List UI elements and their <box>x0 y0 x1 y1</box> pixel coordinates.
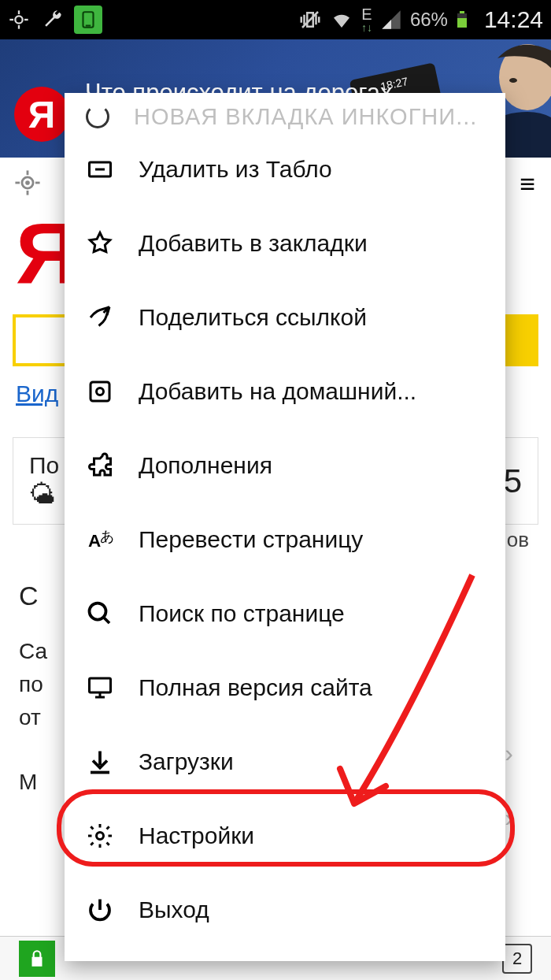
gear-icon <box>82 822 118 850</box>
locate-icon[interactable] <box>14 169 41 199</box>
menu-item-label: Добавить в закладки <box>139 230 368 257</box>
gps-icon <box>8 9 30 31</box>
tab-count[interactable]: 2 <box>502 944 532 974</box>
menu-item-find-in-page[interactable]: Поиск по странице <box>65 577 505 651</box>
status-bar: E ↑↓ 66% 14:24 <box>0 0 551 39</box>
menu-item-label: Удалить из Табло <box>139 156 332 183</box>
menu-item-add-homescreen[interactable]: Добавить на домашний... <box>65 355 505 429</box>
menu-item-label: НОВАЯ ВКЛАДКА ИНКОГНИ... <box>134 104 477 130</box>
svg-point-12 <box>509 78 517 83</box>
menu-item-label: Дополнения <box>139 452 272 479</box>
menu-item-label: Настройки <box>139 822 254 849</box>
menu-item-translate-page[interactable]: Aあ Перевести страницу <box>65 503 505 577</box>
svg-rect-21 <box>91 382 109 401</box>
homescreen-icon <box>82 377 118 406</box>
battery-percent: 66% <box>410 9 448 31</box>
signal-icon <box>380 9 402 31</box>
weather-value: 5 <box>504 462 522 500</box>
hamburger-icon[interactable]: ≡ <box>520 169 537 199</box>
menu-item-settings[interactable]: Настройки <box>65 799 505 873</box>
menu-item-label: Загрузки <box>139 748 234 775</box>
clock: 14:24 <box>484 6 543 33</box>
svg-rect-27 <box>90 678 111 692</box>
yandex-logo[interactable]: Я <box>14 87 69 142</box>
translate-icon: Aあ <box>82 525 118 554</box>
share-icon <box>82 303 118 332</box>
svg-point-14 <box>27 181 29 184</box>
menu-item-extensions[interactable]: Дополнения <box>65 429 505 503</box>
puzzle-icon <box>82 451 118 480</box>
lock-icon[interactable] <box>19 941 55 977</box>
svg-point-32 <box>97 833 104 840</box>
svg-point-25 <box>90 603 106 620</box>
monitor-icon <box>82 674 118 702</box>
app-icon <box>74 6 102 34</box>
chevron-right-icon: › <box>505 799 513 837</box>
weather-label: По <box>29 452 59 479</box>
svg-rect-10 <box>457 13 467 18</box>
svg-point-0 <box>15 16 22 23</box>
weather-icon: 🌤 <box>29 479 59 510</box>
incognito-icon <box>86 105 109 128</box>
wrench-icon <box>41 9 63 31</box>
power-icon <box>82 896 118 924</box>
menu-item-downloads[interactable]: Загрузки <box>65 725 505 799</box>
menu-item-incognito[interactable]: НОВАЯ ВКЛАДКА ИНКОГНИ... <box>65 101 505 132</box>
svg-text:A: A <box>88 531 101 551</box>
network-type: E ↑↓ <box>361 6 372 33</box>
menu-item-label: Поделиться ссылкой <box>139 304 367 331</box>
menu-item-label: Поиск по странице <box>139 600 345 627</box>
svg-rect-9 <box>460 11 464 13</box>
menu-item-exit[interactable]: Выход <box>65 873 505 947</box>
menu-item-label: Перевести страницу <box>139 526 363 553</box>
search-icon <box>82 600 118 628</box>
menu-item-label: Добавить на домашний... <box>139 378 416 405</box>
svg-text:あ: あ <box>100 529 114 544</box>
star-icon <box>82 229 118 258</box>
vibrate-icon <box>298 8 322 32</box>
menu-item-add-bookmark[interactable]: Добавить в закладки <box>65 206 505 280</box>
wifi-icon <box>330 8 353 32</box>
menu-item-label: Выход <box>139 896 209 923</box>
menu-item-remove-tablo[interactable]: Удалить из Табло <box>65 132 505 206</box>
menu-item-label: Полная версия сайта <box>139 674 372 701</box>
download-icon <box>82 748 118 776</box>
svg-line-26 <box>104 618 110 624</box>
remove-tablo-icon <box>82 155 118 184</box>
svg-point-22 <box>97 388 104 395</box>
battery-indicator: 66% <box>410 7 471 32</box>
menu-item-share-link[interactable]: Поделиться ссылкой <box>65 280 505 355</box>
browser-menu: НОВАЯ ВКЛАДКА ИНКОГНИ... Удалить из Табл… <box>65 93 505 961</box>
menu-item-desktop-site[interactable]: Полная версия сайта <box>65 651 505 725</box>
